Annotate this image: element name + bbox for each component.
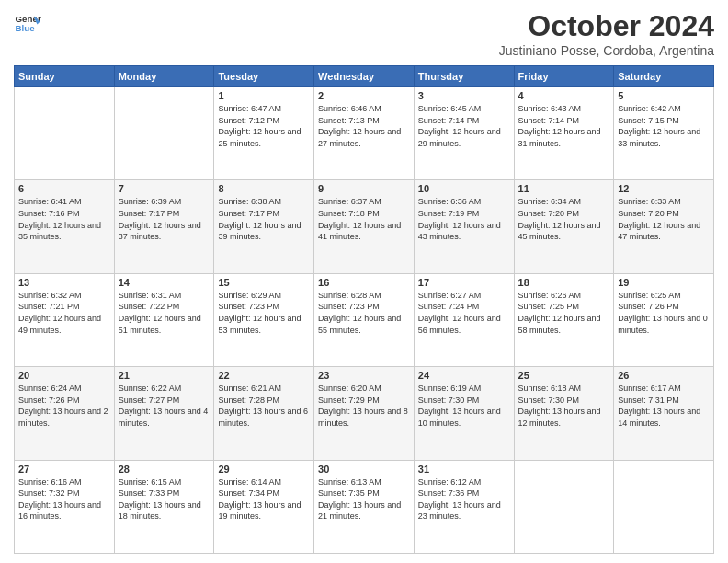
day-info: Sunrise: 6:38 AM Sunset: 7:17 PM Dayligh… (218, 196, 310, 242)
table-row: 28Sunrise: 6:15 AM Sunset: 7:33 PM Dayli… (114, 460, 214, 553)
table-row: 14Sunrise: 6:31 AM Sunset: 7:22 PM Dayli… (114, 273, 214, 366)
table-row (114, 87, 214, 180)
table-row (614, 460, 714, 553)
table-row: 31Sunrise: 6:12 AM Sunset: 7:36 PM Dayli… (414, 460, 514, 553)
calendar-table: Sunday Monday Tuesday Wednesday Thursday… (14, 65, 714, 554)
day-info: Sunrise: 6:19 AM Sunset: 7:30 PM Dayligh… (418, 383, 510, 429)
day-number: 11 (518, 183, 610, 194)
day-info: Sunrise: 6:26 AM Sunset: 7:25 PM Dayligh… (518, 290, 610, 336)
day-number: 8 (218, 183, 310, 194)
table-row: 19Sunrise: 6:25 AM Sunset: 7:26 PM Dayli… (614, 273, 714, 366)
table-row: 7Sunrise: 6:39 AM Sunset: 7:17 PM Daylig… (114, 180, 214, 273)
table-row: 21Sunrise: 6:22 AM Sunset: 7:27 PM Dayli… (114, 367, 214, 460)
table-row: 8Sunrise: 6:38 AM Sunset: 7:17 PM Daylig… (214, 180, 314, 273)
day-number: 29 (218, 464, 310, 475)
table-row: 9Sunrise: 6:37 AM Sunset: 7:18 PM Daylig… (314, 180, 415, 273)
day-info: Sunrise: 6:36 AM Sunset: 7:19 PM Dayligh… (418, 196, 510, 242)
table-row: 24Sunrise: 6:19 AM Sunset: 7:30 PM Dayli… (414, 367, 514, 460)
subtitle: Justiniano Posse, Cordoba, Argentina (499, 43, 714, 58)
main-title: October 2024 (499, 9, 714, 43)
day-number: 14 (119, 277, 210, 288)
col-wednesday: Wednesday (314, 66, 415, 87)
table-row: 16Sunrise: 6:28 AM Sunset: 7:23 PM Dayli… (314, 273, 415, 366)
day-number: 3 (418, 90, 510, 101)
title-area: October 2024 Justiniano Posse, Cordoba, … (499, 9, 714, 58)
logo: General Blue (14, 9, 41, 37)
day-info: Sunrise: 6:27 AM Sunset: 7:24 PM Dayligh… (418, 290, 510, 336)
table-row: 3Sunrise: 6:45 AM Sunset: 7:14 PM Daylig… (414, 87, 514, 180)
day-number: 31 (418, 464, 510, 475)
day-info: Sunrise: 6:18 AM Sunset: 7:30 PM Dayligh… (518, 383, 610, 429)
day-number: 16 (318, 277, 410, 288)
day-info: Sunrise: 6:22 AM Sunset: 7:27 PM Dayligh… (119, 383, 210, 429)
day-info: Sunrise: 6:28 AM Sunset: 7:23 PM Dayligh… (318, 290, 410, 336)
day-number: 20 (18, 370, 110, 381)
day-info: Sunrise: 6:34 AM Sunset: 7:20 PM Dayligh… (518, 196, 610, 242)
day-number: 10 (418, 183, 510, 194)
col-sunday: Sunday (15, 66, 115, 87)
logo-icon: General Blue (14, 9, 41, 37)
calendar-week-row: 27Sunrise: 6:16 AM Sunset: 7:32 PM Dayli… (15, 460, 714, 553)
day-number: 26 (618, 370, 710, 381)
day-info: Sunrise: 6:47 AM Sunset: 7:12 PM Dayligh… (218, 103, 310, 149)
day-info: Sunrise: 6:39 AM Sunset: 7:17 PM Dayligh… (119, 196, 210, 242)
day-info: Sunrise: 6:17 AM Sunset: 7:31 PM Dayligh… (618, 383, 710, 429)
table-row: 11Sunrise: 6:34 AM Sunset: 7:20 PM Dayli… (514, 180, 614, 273)
col-tuesday: Tuesday (214, 66, 314, 87)
col-monday: Monday (114, 66, 214, 87)
day-info: Sunrise: 6:41 AM Sunset: 7:16 PM Dayligh… (18, 196, 110, 242)
day-info: Sunrise: 6:15 AM Sunset: 7:33 PM Dayligh… (119, 477, 210, 523)
day-number: 21 (119, 370, 210, 381)
day-info: Sunrise: 6:25 AM Sunset: 7:26 PM Dayligh… (618, 290, 710, 336)
day-number: 30 (318, 464, 410, 475)
table-row: 23Sunrise: 6:20 AM Sunset: 7:29 PM Dayli… (314, 367, 415, 460)
day-info: Sunrise: 6:37 AM Sunset: 7:18 PM Dayligh… (318, 196, 410, 242)
day-info: Sunrise: 6:42 AM Sunset: 7:15 PM Dayligh… (618, 103, 710, 149)
day-info: Sunrise: 6:14 AM Sunset: 7:34 PM Dayligh… (218, 477, 310, 523)
day-number: 28 (119, 464, 210, 475)
day-number: 25 (518, 370, 610, 381)
table-row: 6Sunrise: 6:41 AM Sunset: 7:16 PM Daylig… (15, 180, 115, 273)
table-row: 26Sunrise: 6:17 AM Sunset: 7:31 PM Dayli… (614, 367, 714, 460)
day-info: Sunrise: 6:20 AM Sunset: 7:29 PM Dayligh… (318, 383, 410, 429)
day-number: 18 (518, 277, 610, 288)
calendar-week-row: 20Sunrise: 6:24 AM Sunset: 7:26 PM Dayli… (15, 367, 714, 460)
day-info: Sunrise: 6:24 AM Sunset: 7:26 PM Dayligh… (18, 383, 110, 429)
day-info: Sunrise: 6:45 AM Sunset: 7:14 PM Dayligh… (418, 103, 510, 149)
day-number: 13 (18, 277, 110, 288)
table-row: 20Sunrise: 6:24 AM Sunset: 7:26 PM Dayli… (15, 367, 115, 460)
day-number: 4 (518, 90, 610, 101)
day-number: 17 (418, 277, 510, 288)
day-info: Sunrise: 6:33 AM Sunset: 7:20 PM Dayligh… (618, 196, 710, 242)
table-row: 25Sunrise: 6:18 AM Sunset: 7:30 PM Dayli… (514, 367, 614, 460)
table-row: 5Sunrise: 6:42 AM Sunset: 7:15 PM Daylig… (614, 87, 714, 180)
day-number: 22 (218, 370, 310, 381)
day-number: 9 (318, 183, 410, 194)
day-info: Sunrise: 6:29 AM Sunset: 7:23 PM Dayligh… (218, 290, 310, 336)
day-number: 12 (618, 183, 710, 194)
calendar-week-row: 1Sunrise: 6:47 AM Sunset: 7:12 PM Daylig… (15, 87, 714, 180)
day-info: Sunrise: 6:21 AM Sunset: 7:28 PM Dayligh… (218, 383, 310, 429)
day-number: 27 (18, 464, 110, 475)
table-row (15, 87, 115, 180)
col-saturday: Saturday (614, 66, 714, 87)
calendar-header-row: Sunday Monday Tuesday Wednesday Thursday… (15, 66, 714, 87)
day-number: 7 (119, 183, 210, 194)
day-number: 1 (218, 90, 310, 101)
header: General Blue October 2024 Justiniano Pos… (14, 9, 714, 58)
table-row: 13Sunrise: 6:32 AM Sunset: 7:21 PM Dayli… (15, 273, 115, 366)
table-row: 30Sunrise: 6:13 AM Sunset: 7:35 PM Dayli… (314, 460, 415, 553)
day-info: Sunrise: 6:31 AM Sunset: 7:22 PM Dayligh… (119, 290, 210, 336)
table-row: 2Sunrise: 6:46 AM Sunset: 7:13 PM Daylig… (314, 87, 415, 180)
day-info: Sunrise: 6:32 AM Sunset: 7:21 PM Dayligh… (18, 290, 110, 336)
table-row: 1Sunrise: 6:47 AM Sunset: 7:12 PM Daylig… (214, 87, 314, 180)
day-info: Sunrise: 6:16 AM Sunset: 7:32 PM Dayligh… (18, 477, 110, 523)
day-info: Sunrise: 6:46 AM Sunset: 7:13 PM Dayligh… (318, 103, 410, 149)
day-number: 19 (618, 277, 710, 288)
table-row: 17Sunrise: 6:27 AM Sunset: 7:24 PM Dayli… (414, 273, 514, 366)
day-info: Sunrise: 6:43 AM Sunset: 7:14 PM Dayligh… (518, 103, 610, 149)
day-number: 15 (218, 277, 310, 288)
day-number: 2 (318, 90, 410, 101)
calendar-week-row: 13Sunrise: 6:32 AM Sunset: 7:21 PM Dayli… (15, 273, 714, 366)
page: General Blue October 2024 Justiniano Pos… (0, 0, 728, 563)
